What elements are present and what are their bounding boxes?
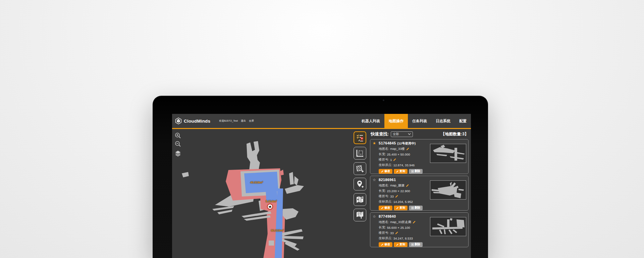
edit-pencil-icon[interactable] xyxy=(395,231,398,234)
laptop-frame: CloudMinds 欢迎BJDT2_Test 退出 全屏 机器人列表 地图操作… xyxy=(153,96,488,258)
tool-add-location-pin[interactable] xyxy=(354,178,366,190)
star-icon[interactable]: ★ xyxy=(373,141,379,145)
tool-task-point-list[interactable] xyxy=(354,131,366,144)
pencil-icon xyxy=(381,170,384,173)
map-thumbnail xyxy=(430,144,466,163)
welcome-text: 欢迎BJDT2_Test xyxy=(219,119,238,123)
chevron-down-icon xyxy=(408,133,411,135)
map-list-panel: 快速查找: 全部 【地图数量:3】 ★ 517648 xyxy=(370,130,469,249)
delete-icon xyxy=(411,207,414,209)
webcam-dot xyxy=(383,99,384,101)
zoom-out-icon xyxy=(175,141,181,147)
tab-robot-list[interactable]: 机器人列表 xyxy=(357,114,384,128)
tab-log-system[interactable]: 日志系统 xyxy=(431,114,455,128)
card-actions: 修改 复制 删除 xyxy=(373,169,466,174)
welcome-group: 欢迎BJDT2_Test 退出 全屏 xyxy=(219,119,254,123)
delete-button[interactable]: 删除 xyxy=(409,242,423,247)
pencil-icon xyxy=(396,207,399,209)
map-id: 51764845 xyxy=(379,141,396,145)
delete-button[interactable]: 删除 xyxy=(409,169,423,174)
map-card[interactable]: ★ 51764845 (12号使用中) 地图名: map_33楼 xyxy=(370,139,469,174)
map-filter-value: 全部 xyxy=(393,132,399,136)
map-tool-column xyxy=(354,131,366,221)
area-label-large: 40.519m² xyxy=(250,181,263,184)
tool-measure-frame[interactable] xyxy=(354,147,366,160)
card-actions: 修改 复制 删除 xyxy=(373,242,466,247)
zoom-in-icon xyxy=(175,132,181,139)
star-outline-icon[interactable]: ☆ xyxy=(373,214,379,219)
delete-icon xyxy=(411,170,414,173)
map-canvas[interactable] xyxy=(172,129,360,258)
area-label-corridor: 80.215m² xyxy=(271,229,284,232)
photo-background: CloudMinds 欢迎BJDT2_Test 退出 全屏 机器人列表 地图操作… xyxy=(0,0,644,258)
logout-link[interactable]: 退出 xyxy=(241,119,246,123)
edit-pencil-icon[interactable] xyxy=(413,220,416,224)
pencil-icon xyxy=(396,243,399,246)
map-id: 82186961 xyxy=(379,178,396,182)
edit-pencil-icon[interactable] xyxy=(406,184,409,187)
map-thumbnail-image xyxy=(430,181,466,199)
layers-button[interactable] xyxy=(175,150,181,157)
modify-button[interactable]: 修改 xyxy=(379,206,392,210)
star-outline-icon[interactable]: ☆ xyxy=(373,178,379,182)
map-marker-edit-icon xyxy=(356,195,364,204)
area-label-small: 8.614m² xyxy=(266,200,277,203)
brand-name: CloudMinds xyxy=(184,119,210,124)
tool-add-hatched-region[interactable] xyxy=(354,162,366,175)
modify-button[interactable]: 修改 xyxy=(379,242,392,247)
app-header: CloudMinds 欢迎BJDT2_Test 退出 全屏 机器人列表 地图操作… xyxy=(172,114,471,128)
edit-pencil-icon[interactable] xyxy=(395,195,398,198)
map-thumbnail xyxy=(430,217,466,236)
map-thumbnail xyxy=(430,180,466,200)
task-point-list-icon xyxy=(356,133,364,142)
map-count-label: 【地图数量:3】 xyxy=(441,131,469,137)
map-thumbnail-image xyxy=(430,217,466,236)
copy-button[interactable]: 复制 xyxy=(394,169,408,174)
pencil-icon xyxy=(396,170,399,173)
layers-icon xyxy=(175,150,181,157)
add-hatched-region-icon xyxy=(356,164,364,173)
map-thumbnail-image xyxy=(430,144,466,163)
map-card[interactable]: ☆ 82186961 地图名: map_腿腿 长宽: xyxy=(370,176,469,211)
card-actions: 修改 复制 删除 xyxy=(373,206,466,210)
pencil-icon xyxy=(381,243,384,246)
measure-frame-icon xyxy=(356,149,364,158)
map-id: 87749840 xyxy=(379,214,396,218)
add-location-pin-icon xyxy=(356,180,364,188)
copy-button[interactable]: 复制 xyxy=(394,242,408,247)
tool-map-upload[interactable] xyxy=(354,209,366,221)
tab-task-list[interactable]: 任务列表 xyxy=(408,114,431,128)
edit-pencil-icon[interactable] xyxy=(406,147,410,150)
quick-find-row: 快速查找: 全部 【地图数量:3】 xyxy=(370,130,469,138)
delete-button[interactable]: 删除 xyxy=(409,206,423,210)
tab-config[interactable]: 配置 xyxy=(455,114,471,128)
copy-button[interactable]: 复制 xyxy=(394,206,408,210)
map-in-use-note: (12号使用中) xyxy=(397,141,416,146)
cloudminds-logo-icon xyxy=(175,118,182,124)
modify-button[interactable]: 修改 xyxy=(379,169,392,174)
quick-find-label: 快速查找: xyxy=(371,131,389,137)
main-nav: 机器人列表 地图操作 任务列表 日志系统 配置 xyxy=(357,114,471,128)
map-upload-icon xyxy=(356,211,364,219)
robot-position-marker xyxy=(267,204,273,209)
zoom-in-button[interactable] xyxy=(175,132,181,139)
brand: CloudMinds xyxy=(172,118,210,124)
content-area: 40.519m² 8.614m² 80.215m² xyxy=(172,129,471,258)
fullscreen-link[interactable]: 全屏 xyxy=(249,119,254,123)
map-view-controls xyxy=(175,132,181,157)
delete-icon xyxy=(411,243,414,246)
map-filter-select[interactable]: 全部 xyxy=(391,131,413,137)
tool-map-marker-edit[interactable] xyxy=(354,193,366,206)
edit-pencil-icon[interactable] xyxy=(393,158,396,161)
zoom-out-button[interactable] xyxy=(175,141,181,147)
map-card[interactable]: ☆ 87749840 地图名: map_33层走廊 长宽: xyxy=(370,212,469,247)
app-screen: CloudMinds 欢迎BJDT2_Test 退出 全屏 机器人列表 地图操作… xyxy=(172,114,471,258)
pencil-icon xyxy=(381,207,384,209)
tab-map-operation[interactable]: 地图操作 xyxy=(384,114,408,128)
